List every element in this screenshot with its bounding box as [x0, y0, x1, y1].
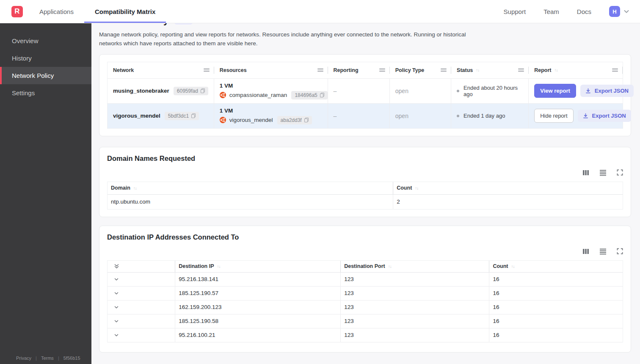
top-nav: R Applications Compatibility Matrix Supp…	[0, 0, 640, 23]
network-cell: musing_stonebraker 60959fad	[108, 79, 214, 103]
column-menu-icon[interactable]	[441, 68, 447, 72]
copy-icon[interactable]	[191, 113, 196, 118]
fullscreen-icon[interactable]	[617, 169, 623, 176]
sidebar-item-settings[interactable]: Settings	[0, 84, 91, 102]
column-label: Network	[113, 67, 134, 73]
sort-icon[interactable]	[476, 68, 479, 72]
resource-name[interactable]: compassionate_raman	[229, 92, 287, 98]
chevron-down-icon[interactable]	[114, 333, 119, 338]
row-expand-cell[interactable]	[108, 328, 175, 342]
columns-icon[interactable]	[582, 169, 589, 176]
row-expand-cell[interactable]	[108, 314, 175, 328]
sidebar-item-overview[interactable]: Overview	[0, 32, 91, 50]
divider: |	[36, 356, 37, 361]
vm-count: 1 VM	[220, 108, 233, 114]
column-label: Destination Port	[344, 263, 385, 269]
nav-link-support[interactable]: Support	[504, 8, 526, 15]
table-row: 162.159.200.123 123 16	[108, 301, 623, 314]
row-expand-cell[interactable]	[108, 301, 175, 314]
domains-table-header: Domain Count	[108, 182, 623, 195]
sort-icon[interactable]	[388, 264, 392, 269]
column-label: Resources	[220, 67, 247, 73]
count-cell: 2	[393, 195, 623, 209]
network-cell: vigorous_mendel 5bdf3dc1	[108, 104, 214, 128]
column-label: Destination IP	[179, 263, 214, 269]
sidebar-footer: Privacy | Terms | 5f56b15	[0, 356, 91, 361]
terms-link[interactable]: Terms	[41, 356, 54, 361]
column-label: Status	[457, 67, 473, 73]
chevron-down-icon[interactable]	[114, 277, 119, 282]
policy-type-cell: open	[390, 79, 451, 103]
column-header-destination-port: Destination Port	[340, 261, 489, 272]
copy-icon[interactable]	[304, 118, 309, 122]
sidebar-item-network-policy[interactable]: Network Policy	[0, 67, 91, 84]
status-text: Ended about 20 hours ago	[463, 85, 524, 97]
destinations-card: Destination IP Addresses Connected To De…	[99, 226, 631, 353]
export-json-button[interactable]: Export JSON	[578, 110, 631, 122]
destination-port-cell: 123	[340, 287, 489, 300]
column-menu-icon[interactable]	[379, 68, 386, 72]
destination-ip-cell: 95.216.100.21	[175, 328, 340, 342]
sort-icon[interactable]	[554, 68, 558, 72]
copy-icon[interactable]	[201, 88, 205, 93]
destination-port-cell: 123	[340, 301, 489, 314]
expand-all-icon[interactable]	[114, 263, 119, 269]
network-name: vigorous_mendel	[113, 113, 160, 119]
nav-tab-applications[interactable]: Applications	[29, 0, 84, 23]
download-icon	[583, 113, 588, 119]
network-name: musing_stonebraker	[113, 88, 169, 94]
download-icon	[585, 88, 591, 94]
column-header-resources: Resources	[214, 62, 328, 78]
nav-tab-compatibility-matrix[interactable]: Compatibility Matrix	[84, 0, 166, 23]
ubuntu-icon	[220, 92, 226, 98]
card-title: Domain Names Requested	[107, 154, 623, 163]
resources-cell: 1 VM compassionate_raman 184696a5	[214, 79, 328, 103]
network-id: 60959fad	[177, 88, 198, 94]
column-menu-icon[interactable]	[518, 68, 524, 72]
chevron-down-icon[interactable]	[114, 319, 119, 324]
columns-icon[interactable]	[582, 248, 589, 255]
user-menu[interactable]: H	[609, 6, 630, 17]
resource-id-badge: aba2dd3f	[277, 116, 312, 124]
row-expand-cell[interactable]	[108, 287, 175, 300]
chevron-down-icon[interactable]	[623, 8, 630, 15]
fullscreen-icon[interactable]	[617, 248, 623, 254]
sort-icon[interactable]	[415, 186, 418, 190]
column-menu-icon[interactable]	[317, 68, 324, 72]
sidebar-item-history[interactable]: History	[0, 50, 91, 67]
column-menu-icon[interactable]	[612, 68, 618, 72]
avatar[interactable]: H	[609, 6, 620, 17]
expand-all-cell[interactable]	[108, 261, 175, 272]
table-row: 185.125.190.58 123 16	[108, 314, 623, 328]
column-menu-icon[interactable]	[204, 68, 210, 72]
column-header-report: Report	[529, 62, 623, 78]
sort-icon[interactable]	[217, 264, 221, 269]
row-expand-cell[interactable]	[108, 273, 175, 286]
sort-icon[interactable]	[511, 264, 515, 269]
ubuntu-icon	[220, 117, 226, 123]
nav-link-team[interactable]: Team	[543, 8, 559, 15]
view-report-button[interactable]: Hide report	[534, 109, 573, 123]
resource-id: 184696a5	[295, 92, 317, 98]
resource-name[interactable]: vigorous_mendel	[229, 117, 273, 123]
chevron-down-icon[interactable]	[114, 291, 119, 296]
sidebar-nav: Overview History Network Policy Settings	[0, 23, 91, 102]
destination-port-cell: 123	[340, 273, 489, 286]
column-header-destination-ip: Destination IP	[175, 261, 340, 272]
nav-tabs: Applications Compatibility Matrix	[29, 0, 166, 23]
copy-icon[interactable]	[320, 93, 324, 97]
resources-cell: 1 VM vigorous_mendel aba2dd3f	[214, 104, 328, 128]
domain-cell: ntp.ubuntu.com	[108, 195, 393, 209]
nav-link-docs[interactable]: Docs	[577, 8, 591, 15]
app-logo[interactable]: R	[11, 6, 23, 17]
view-report-button[interactable]: View report	[534, 84, 576, 98]
sort-icon[interactable]	[133, 186, 137, 190]
density-icon[interactable]	[599, 248, 607, 255]
nav-right: Support Team Docs H	[504, 0, 640, 23]
export-json-button[interactable]: Export JSON	[580, 85, 634, 97]
network-policy-table-card: Network Resources Reporting Policy Type …	[99, 54, 631, 136]
density-icon[interactable]	[599, 169, 607, 176]
chevron-down-icon[interactable]	[114, 305, 119, 310]
column-header-network: Network	[108, 62, 214, 78]
privacy-link[interactable]: Privacy	[16, 356, 31, 361]
